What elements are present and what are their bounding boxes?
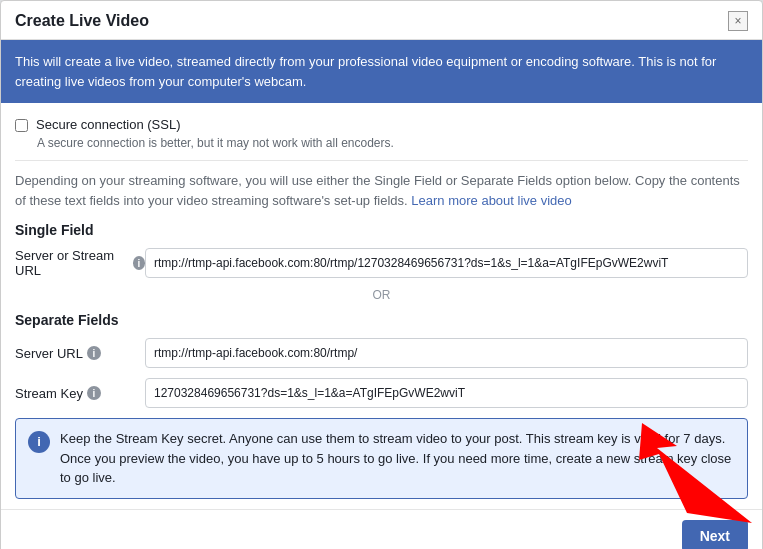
divider-1 [15,160,748,161]
modal-header: Create Live Video × [1,1,762,40]
server-url-label: Server URL i [15,346,145,361]
server-stream-url-label: Server or Stream URL i [15,248,145,278]
create-live-video-modal: Create Live Video × This will create a l… [0,0,763,549]
stream-key-input[interactable] [145,378,748,408]
server-url-row: Server URL i [15,338,748,368]
ssl-note: A secure connection is better, but it ma… [37,136,748,150]
info-banner: This will create a live video, streamed … [1,40,762,103]
notice-text: Keep the Stream Key secret. Anyone can u… [60,429,735,488]
notice-icon: i [28,431,50,453]
modal-footer: Next [1,509,762,550]
stream-key-row: Stream Key i [15,378,748,408]
banner-text: This will create a live video, streamed … [15,54,716,89]
stream-key-info-icon[interactable]: i [87,386,101,400]
learn-more-link[interactable]: Learn more about live video [411,193,571,208]
close-button[interactable]: × [728,11,748,31]
modal-title: Create Live Video [15,12,149,30]
server-stream-url-row: Server or Stream URL i [15,248,748,278]
server-stream-url-input[interactable] [145,248,748,278]
single-field-title: Single Field [15,222,748,238]
separate-fields-title: Separate Fields [15,312,748,328]
notice-banner: i Keep the Stream Key secret. Anyone can… [15,418,748,499]
ssl-section: Secure connection (SSL) [15,117,748,132]
ssl-label: Secure connection (SSL) [36,117,181,132]
description-text: Depending on your streaming software, yo… [15,171,748,210]
modal-body: Secure connection (SSL) A secure connect… [1,103,762,499]
server-stream-url-info-icon[interactable]: i [133,256,145,270]
ssl-checkbox[interactable] [15,119,28,132]
server-url-info-icon[interactable]: i [87,346,101,360]
server-url-input[interactable] [145,338,748,368]
or-divider: OR [15,288,748,302]
stream-key-label: Stream Key i [15,386,145,401]
next-button[interactable]: Next [682,520,748,550]
